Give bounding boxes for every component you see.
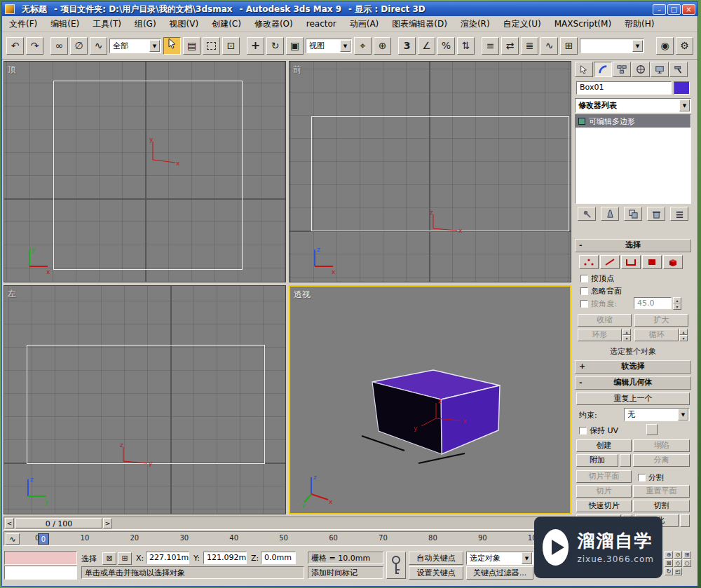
schematic-view-button[interactable]: ⊞ <box>560 37 578 55</box>
polygon-mode-button[interactable] <box>642 255 662 269</box>
viewport-perspective[interactable]: z x y z x y 透视 <box>289 285 571 514</box>
select-object-button[interactable] <box>163 37 181 55</box>
attach-list-button[interactable] <box>620 454 631 467</box>
y-coordinate-field[interactable]: 121.092mm <box>203 552 247 564</box>
viewport-top[interactable]: y x y x 顶 <box>4 61 286 282</box>
pin-stack-button[interactable] <box>578 207 596 221</box>
ring-spinner[interactable]: ▴▾ <box>622 329 631 341</box>
select-rotate-button[interactable]: ↻ <box>266 37 284 55</box>
key-filters-button[interactable]: 关键点过滤器... <box>466 566 533 580</box>
preserve-uv-settings-button[interactable] <box>646 424 658 435</box>
loop-spinner[interactable]: ▴▾ <box>679 329 688 341</box>
select-scale-button[interactable]: ▣ <box>286 37 304 55</box>
rollout-selection[interactable]: - 选择 <box>575 239 691 252</box>
menu-group[interactable]: 组(G) <box>135 18 156 30</box>
arc-rotate-button[interactable]: ↻ <box>665 568 673 575</box>
angle-value-field[interactable]: 45.0 <box>634 297 672 309</box>
tab-modify[interactable] <box>594 62 612 77</box>
select-link-button[interactable]: ∞ <box>50 37 68 55</box>
menu-modifiers[interactable]: 修改器(O) <box>254 18 293 30</box>
rollout-soft-selection[interactable]: + 软选择 <box>575 360 691 374</box>
key-filter-scope-combo[interactable]: 选定对象 ▼ <box>466 552 533 565</box>
add-time-tag[interactable]: 添加时间标记 <box>308 566 383 579</box>
tessellate-settings-button[interactable] <box>680 514 690 527</box>
reference-coordsys-combo[interactable]: 视图 ▼ <box>306 39 352 53</box>
set-key-toggle-button[interactable] <box>386 552 406 579</box>
material-editor-button[interactable]: ◉ <box>656 37 674 55</box>
menu-help[interactable]: 帮助(H) <box>625 18 654 30</box>
viewport-left-label[interactable]: 左 <box>8 288 16 300</box>
tab-motion[interactable] <box>632 62 650 77</box>
select-manipulate-button[interactable]: ⊕ <box>374 37 391 55</box>
use-pivot-button[interactable]: ⌖ <box>354 37 372 55</box>
vertex-mode-button[interactable] <box>579 255 599 269</box>
zoom-extents-all-button[interactable]: ⊠ <box>665 559 673 567</box>
mirror-button[interactable]: ⇄ <box>501 37 519 55</box>
tab-hierarchy[interactable] <box>613 62 631 77</box>
reset-plane-button[interactable]: 重置平面 <box>633 485 690 498</box>
time-slider[interactable]: < 0 / 100 > <box>4 517 570 530</box>
slice-plane-button[interactable]: 切片平面 <box>576 470 632 483</box>
snap-toggle-button[interactable]: 3 <box>398 37 416 55</box>
menu-create[interactable]: 创建(C) <box>212 18 241 30</box>
detach-button[interactable]: 分离 <box>633 454 690 467</box>
modifier-stack[interactable]: 可编辑多边形 <box>575 114 691 204</box>
unlink-button[interactable]: ∅ <box>70 37 88 55</box>
spinner-snap-button[interactable]: ⇅ <box>457 37 475 55</box>
shrink-button[interactable]: 收缩 <box>578 314 632 327</box>
configure-modifier-sets-button[interactable] <box>670 207 688 221</box>
quickslice-button[interactable]: 快速切片 <box>576 500 632 512</box>
absolute-offset-toggle-button[interactable]: ⊞ <box>118 552 132 565</box>
constraints-combo[interactable]: 无 ▼ <box>624 408 690 421</box>
maxscript-listener-line1[interactable] <box>4 551 77 565</box>
by-angle-checkbox[interactable]: 按角度: <box>580 299 617 309</box>
x-coordinate-field[interactable]: 227.101mm <box>146 552 189 564</box>
edge-mode-button[interactable] <box>600 255 620 269</box>
menu-graph-editors[interactable]: 图表编辑器(D) <box>392 18 447 30</box>
menu-customize[interactable]: 自定义(U) <box>503 18 541 30</box>
menu-rendering[interactable]: 渲染(R) <box>461 18 490 30</box>
create-button[interactable]: 创建 <box>576 439 632 452</box>
show-end-result-button[interactable] <box>601 207 619 221</box>
maximize-button[interactable]: □ <box>667 4 681 15</box>
zoom-button[interactable]: ⊕ <box>665 551 673 559</box>
tab-utilities[interactable] <box>669 62 688 77</box>
viewport-front[interactable]: z x z x 前 <box>289 61 571 282</box>
time-slider-handle[interactable]: 0 / 100 <box>15 518 102 528</box>
open-mini-curve-editor-button[interactable]: ∿ <box>6 533 20 545</box>
angle-snap-button[interactable]: ∠ <box>418 37 435 55</box>
window-crossing-button[interactable]: ⊡ <box>222 37 240 55</box>
remove-modifier-button[interactable] <box>647 207 665 221</box>
menu-edit[interactable]: 编辑(E) <box>50 18 79 30</box>
redo-button[interactable]: ↷ <box>26 37 43 55</box>
modifier-list-combo[interactable]: 修改器列表 ▼ <box>575 98 691 113</box>
tab-display[interactable] <box>651 62 669 77</box>
slice-button[interactable]: 切片 <box>576 485 632 498</box>
close-button[interactable]: × <box>682 4 695 15</box>
undo-button[interactable]: ↶ <box>6 37 24 55</box>
set-key-button[interactable]: 设置关键点 <box>409 566 463 580</box>
angle-spinner[interactable]: ▴▾ <box>673 297 681 309</box>
minimize-button[interactable]: – <box>653 4 666 15</box>
collapse-button[interactable]: 塌陷 <box>633 439 690 452</box>
select-by-name-button[interactable]: ▤ <box>183 37 200 55</box>
attach-button[interactable]: 附加 <box>576 454 618 467</box>
select-move-button[interactable]: + <box>247 37 264 55</box>
align-button[interactable]: ≣ <box>521 37 538 55</box>
menu-file[interactable]: 文件(F) <box>9 18 37 30</box>
cut-button[interactable]: 切割 <box>633 500 690 512</box>
selection-lock-button[interactable]: ⊠ <box>102 552 116 565</box>
field-of-view-button[interactable]: ◇ <box>674 559 682 567</box>
menu-maxscript[interactable]: MAXScript(M) <box>554 19 611 29</box>
grow-button[interactable]: 扩大 <box>634 314 688 327</box>
menu-animation[interactable]: 动画(A) <box>350 18 379 30</box>
zoom-extents-button[interactable]: ⊞ <box>683 551 691 559</box>
object-name-field[interactable]: Box01 <box>576 81 672 95</box>
split-checkbox[interactable]: 分割 <box>638 472 664 483</box>
repeat-last-button[interactable]: 重复上一个 <box>576 392 690 405</box>
pan-button[interactable]: ○ <box>683 559 691 567</box>
preserve-uv-checkbox[interactable]: 保持 UV <box>579 425 618 436</box>
selection-region-button[interactable] <box>203 37 220 55</box>
ring-button[interactable]: 环形 <box>578 329 622 341</box>
border-mode-button[interactable] <box>621 255 641 269</box>
